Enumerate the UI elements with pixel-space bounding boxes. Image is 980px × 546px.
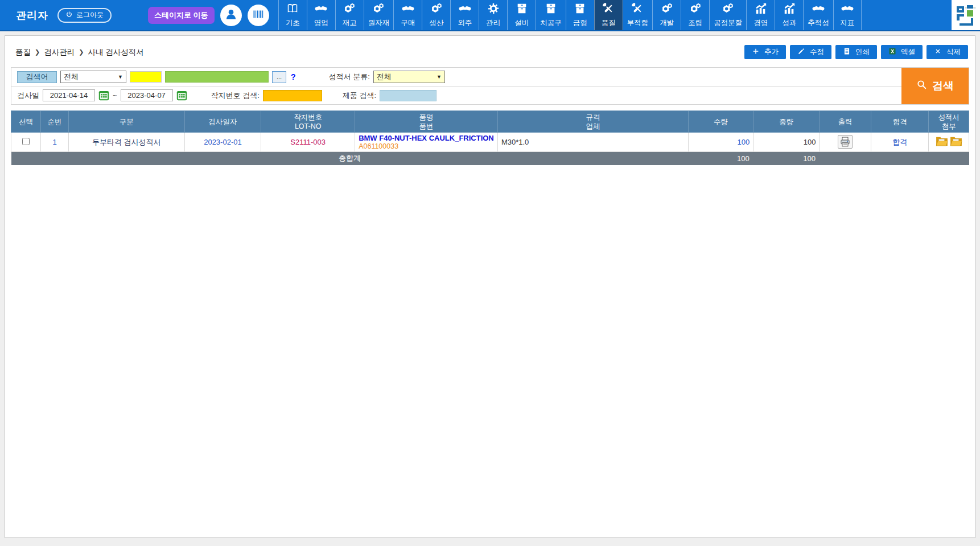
row-category: 두부타격 검사성적서 [68, 133, 184, 152]
excel-button[interactable]: 엑셀 [881, 45, 923, 59]
barcode-icon [252, 7, 265, 23]
help-icon[interactable]: ? [291, 72, 296, 81]
handshake-icon [841, 2, 854, 17]
menu-item-production[interactable]: 생산 [422, 0, 450, 30]
inspection-report-table: 선택 순번 구분 검사일자 작지번호LOT-NO 품명품번 규격업체 수량 중량… [11, 110, 969, 165]
menu-item-basics[interactable]: 기초 [278, 0, 307, 30]
total-qty: 100 [688, 152, 753, 165]
row-weight: 100 [753, 133, 820, 152]
menu-item-process-split[interactable]: 공정분할 [709, 0, 746, 30]
menu-item-inventory[interactable]: 재고 [335, 0, 364, 30]
search-button[interactable]: 검색 [901, 68, 969, 104]
barcode-button[interactable] [248, 5, 269, 26]
search-filter-panel: 검색어 전체 ▼ ... ? 성적서 분류: 전체 ▼ 검사일 ~ 작지번호 검… [11, 67, 969, 105]
report-class-select[interactable]: 전체 ▼ [373, 71, 445, 83]
col-header-report: 성적서첨부 [929, 111, 969, 133]
more-options-button[interactable]: ... [272, 71, 286, 83]
breadcrumb-quality[interactable]: 품질 [15, 47, 31, 58]
logo-icon: moolnmo [954, 3, 977, 28]
lot-search-input[interactable] [263, 90, 322, 101]
inspection-date-label: 검사일 [17, 91, 39, 101]
row-spec: M30*1.0 [497, 133, 688, 152]
menu-item-sales[interactable]: 영업 [307, 0, 335, 30]
print-button[interactable]: 인쇄 [835, 45, 877, 59]
content-panel: 품질 ❯ 검사관리 ❯ 사내 검사성적서 추가 수정 인쇄 엑셀 삭제 검색어 … [5, 35, 975, 538]
logout-button[interactable]: 로그아웃 [57, 8, 112, 23]
chart-icon [783, 2, 796, 17]
menu-item-management[interactable]: 관리 [479, 0, 507, 30]
chevron-down-icon: ▼ [118, 74, 123, 80]
table-row: 1 두부타격 검사성적서 2023-02-01 S2111-003 BMW F4… [11, 133, 969, 152]
printer-icon [839, 141, 851, 149]
row-lot-no: S2111-003 [261, 133, 355, 152]
menu-item-quality[interactable]: 품질 [594, 0, 623, 30]
filter-row-1: 검색어 전체 ▼ ... ? 성적서 분류: 전체 ▼ [11, 68, 969, 86]
edit-button[interactable]: 수정 [790, 45, 831, 59]
menu-item-assembly[interactable]: 조립 [681, 0, 709, 30]
total-weight: 100 [753, 152, 820, 165]
menu-item-kpi[interactable]: 지표 [833, 0, 862, 30]
product-search-input[interactable] [380, 90, 437, 101]
nut-icon [430, 2, 443, 17]
row-print-cell [820, 133, 871, 152]
excel-icon [888, 47, 896, 57]
menu-item-development[interactable]: 개발 [652, 0, 681, 30]
menu-item-raw-materials[interactable]: 원자재 [364, 0, 394, 30]
col-header-item: 품명품번 [355, 111, 498, 133]
handshake-icon [459, 2, 471, 17]
go-to-stage-button[interactable]: 스테이지로 이동 [148, 7, 215, 24]
date-to-calendar-button[interactable] [176, 90, 187, 101]
menu-item-equipment[interactable]: 설비 [507, 0, 536, 30]
col-header-pass: 합격 [871, 111, 929, 133]
chevron-right-icon: ❯ [35, 48, 40, 56]
keyword-label-chip[interactable]: 검색어 [17, 71, 57, 83]
menu-item-purchase[interactable]: 구매 [393, 0, 422, 30]
current-user-label: 관리자 [16, 9, 48, 22]
keyword-input-secondary[interactable] [165, 71, 269, 83]
folder-attachment-icon[interactable] [950, 136, 962, 148]
menu-item-business[interactable]: 경영 [746, 0, 775, 30]
top-navigation-bar: 관리자 로그아웃 스테이지로 이동 기초 영업 재고 원자재 구매 생산 외주 … [0, 0, 980, 31]
nut-icon [722, 2, 734, 17]
breadcrumb-inspection-management[interactable]: 검사관리 [44, 47, 75, 58]
chart-icon [755, 2, 767, 17]
row-report-cell [929, 133, 969, 152]
menu-item-performance[interactable]: 성과 [775, 0, 803, 30]
date-to-input[interactable] [121, 89, 173, 101]
tools-icon [631, 2, 644, 17]
cabinet-icon [516, 2, 528, 17]
row-seq: 1 [41, 133, 69, 152]
row-qty: 100 [688, 133, 753, 152]
date-range-tilde: ~ [113, 91, 117, 100]
menu-item-jigs[interactable]: 치공구 [536, 0, 566, 30]
menu-item-traceability[interactable]: 추적성 [803, 0, 833, 30]
col-header-lot: 작지번호LOT-NO [261, 111, 355, 133]
keyword-input-primary[interactable] [130, 71, 162, 83]
folder-attachment-icon[interactable] [936, 136, 948, 148]
keyword-type-select[interactable]: 전체 ▼ [60, 71, 126, 83]
breadcrumb-internal-inspection-report: 사내 검사성적서 [88, 47, 143, 58]
table-header-row: 선택 순번 구분 검사일자 작지번호LOT-NO 품명품번 규격업체 수량 중량… [11, 111, 969, 133]
menu-item-outsourcing[interactable]: 외주 [450, 0, 479, 30]
col-header-spec: 규격업체 [497, 111, 688, 133]
row-checkbox[interactable] [22, 138, 30, 145]
product-search-label: 제품 검색: [343, 91, 376, 101]
item-number: A061100033 [359, 142, 494, 150]
menu-item-nonconformance[interactable]: 부적합 [623, 0, 653, 30]
handshake-icon [402, 2, 414, 17]
person-icon [224, 7, 238, 23]
handshake-icon [812, 2, 825, 17]
user-profile-button[interactable] [220, 5, 242, 26]
breadcrumb: 품질 ❯ 검사관리 ❯ 사내 검사성적서 [15, 47, 144, 58]
print-row-button[interactable] [838, 135, 853, 149]
item-name-link[interactable]: BMW F40-NUT-HEX CAULK_FRICTION [359, 134, 494, 142]
cabinet-icon [545, 2, 557, 17]
col-header-date: 검사일자 [184, 111, 261, 133]
date-from-calendar-button[interactable] [98, 90, 109, 101]
date-from-input[interactable] [43, 89, 95, 101]
row-pass-status: 합격 [871, 133, 929, 152]
delete-button[interactable]: 삭제 [927, 45, 968, 59]
add-button[interactable]: 추가 [744, 45, 786, 59]
menu-item-molds[interactable]: 금형 [566, 0, 594, 30]
logout-label: 로그아웃 [76, 10, 104, 20]
